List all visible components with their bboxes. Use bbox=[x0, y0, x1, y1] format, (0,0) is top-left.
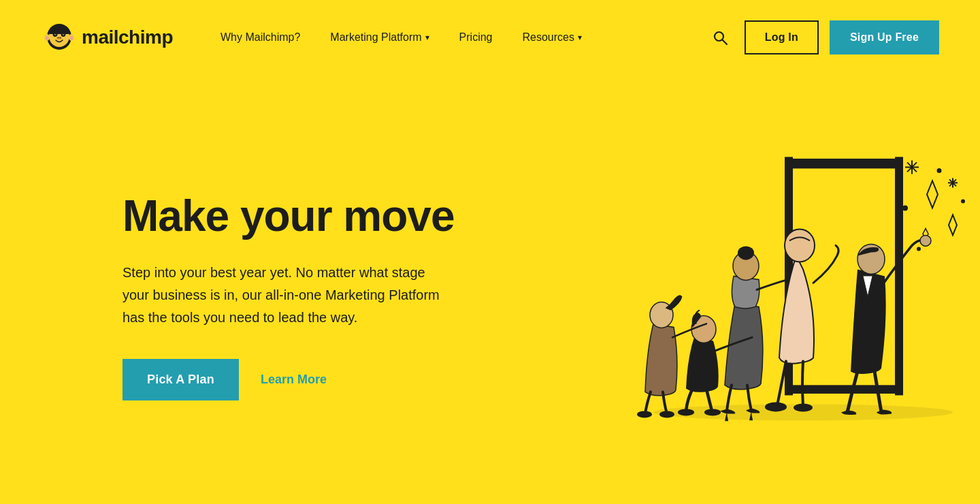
svg-rect-19 bbox=[789, 385, 898, 393]
nav-resources[interactable]: Resources ▾ bbox=[508, 0, 597, 75]
signup-button[interactable]: Sign Up Free bbox=[830, 20, 939, 54]
chevron-down-icon: ▾ bbox=[425, 33, 429, 42]
svg-marker-26 bbox=[927, 180, 938, 208]
hero-subtitle: Step into your best year yet. No matter … bbox=[122, 262, 449, 329]
chevron-down-icon: ▾ bbox=[578, 33, 582, 42]
svg-point-45 bbox=[741, 251, 751, 259]
nav-actions: Log In Sign Up Free bbox=[706, 20, 939, 54]
hero-title: Make your move bbox=[122, 192, 455, 240]
svg-point-9 bbox=[57, 37, 59, 39]
logo-link[interactable]: mailchimp bbox=[41, 19, 173, 56]
login-button[interactable]: Log In bbox=[745, 20, 819, 54]
hero-illustration-svg bbox=[585, 119, 966, 473]
nav-links: Why Mailchimp? Marketing Platform ▾ Pric… bbox=[206, 0, 706, 75]
svg-rect-21 bbox=[895, 157, 903, 395]
svg-point-38 bbox=[785, 229, 815, 262]
logo-icon bbox=[41, 19, 78, 56]
svg-point-35 bbox=[962, 200, 964, 202]
svg-point-51 bbox=[659, 411, 674, 418]
svg-rect-18 bbox=[789, 160, 898, 168]
hero-buttons: Pick A Plan Learn More bbox=[122, 359, 455, 400]
pick-plan-button[interactable]: Pick A Plan bbox=[122, 359, 239, 400]
svg-point-40 bbox=[794, 403, 813, 411]
svg-point-39 bbox=[765, 402, 787, 411]
navbar: mailchimp Why Mailchimp? Marketing Platf… bbox=[0, 0, 980, 75]
search-icon bbox=[712, 29, 728, 46]
learn-more-link[interactable]: Learn More bbox=[261, 373, 327, 387]
logo-text: mailchimp bbox=[82, 27, 173, 48]
nav-why-mailchimp[interactable]: Why Mailchimp? bbox=[206, 0, 315, 75]
nav-marketing-platform[interactable]: Marketing Platform ▾ bbox=[315, 0, 444, 75]
svg-point-34 bbox=[938, 169, 941, 172]
svg-point-8 bbox=[56, 37, 62, 40]
svg-point-14 bbox=[70, 36, 73, 40]
svg-point-50 bbox=[637, 411, 652, 418]
svg-point-33 bbox=[903, 206, 907, 210]
svg-marker-27 bbox=[949, 215, 957, 235]
svg-point-47 bbox=[678, 409, 694, 415]
svg-point-42 bbox=[920, 235, 931, 246]
search-button[interactable] bbox=[706, 24, 734, 51]
hero-content: Make your move Step into your best year … bbox=[122, 192, 455, 400]
svg-line-16 bbox=[722, 40, 727, 45]
svg-point-36 bbox=[917, 247, 920, 250]
hero-illustration bbox=[585, 119, 966, 473]
svg-point-13 bbox=[46, 36, 48, 40]
hero-section: Make your move Step into your best year … bbox=[0, 75, 980, 504]
svg-point-48 bbox=[704, 409, 721, 415]
svg-point-10 bbox=[59, 37, 61, 39]
nav-pricing[interactable]: Pricing bbox=[444, 0, 508, 75]
